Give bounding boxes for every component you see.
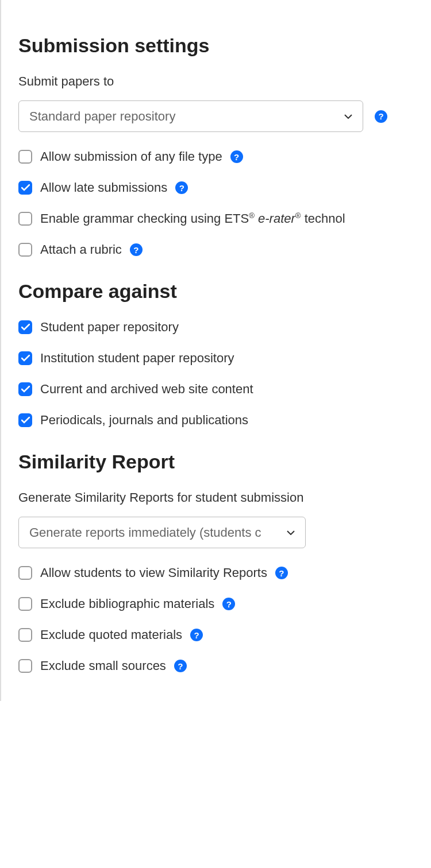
similarity-report-heading: Similarity Report <box>18 451 414 473</box>
help-icon[interactable]: ? <box>275 567 288 579</box>
exclude-quoted-checkbox[interactable] <box>18 628 32 642</box>
submission-settings-heading: Submission settings <box>18 34 414 57</box>
allow-view-label: Allow students to view Similarity Report… <box>40 565 267 580</box>
allow-late-label: Allow late submissions <box>40 180 167 195</box>
allow-any-file-label: Allow submission of any file type <box>40 149 222 164</box>
attach-rubric-checkbox[interactable] <box>18 243 32 257</box>
compare-against-heading: Compare against <box>18 280 414 303</box>
grammar-check-label: Enable grammar checking using ETS® e-rat… <box>40 211 345 226</box>
generate-reports-label: Generate Similarity Reports for student … <box>18 490 414 505</box>
web-content-label: Current and archived web site content <box>40 382 253 397</box>
help-icon[interactable]: ? <box>190 629 203 641</box>
web-content-checkbox[interactable] <box>18 382 32 396</box>
exclude-small-label: Exclude small sources <box>40 658 166 673</box>
exclude-small-checkbox[interactable] <box>18 659 32 673</box>
grammar-check-checkbox[interactable] <box>18 212 32 226</box>
generate-reports-select[interactable]: Generate reports immediately (students c <box>18 517 306 548</box>
exclude-biblio-label: Exclude bibliographic materials <box>40 596 214 611</box>
allow-view-checkbox[interactable] <box>18 566 32 580</box>
help-icon[interactable]: ? <box>230 150 243 163</box>
periodicals-checkbox[interactable] <box>18 413 32 427</box>
institution-repo-checkbox[interactable] <box>18 351 32 365</box>
allow-any-file-checkbox[interactable] <box>18 150 32 164</box>
institution-repo-label: Institution student paper repository <box>40 351 234 366</box>
exclude-quoted-label: Exclude quoted materials <box>40 627 182 642</box>
attach-rubric-label: Attach a rubric <box>40 242 122 257</box>
submit-papers-to-select[interactable]: Standard paper repository <box>18 100 363 132</box>
help-icon[interactable]: ? <box>222 598 235 610</box>
allow-late-checkbox[interactable] <box>18 181 32 195</box>
help-icon[interactable]: ? <box>175 181 188 194</box>
help-icon[interactable]: ? <box>174 660 187 672</box>
student-repo-label: Student paper repository <box>40 320 179 335</box>
submit-papers-to-label: Submit papers to <box>18 74 414 89</box>
help-icon[interactable]: ? <box>130 243 143 256</box>
periodicals-label: Periodicals, journals and publications <box>40 413 248 428</box>
student-repo-checkbox[interactable] <box>18 320 32 334</box>
help-icon[interactable]: ? <box>375 110 387 123</box>
exclude-biblio-checkbox[interactable] <box>18 597 32 611</box>
